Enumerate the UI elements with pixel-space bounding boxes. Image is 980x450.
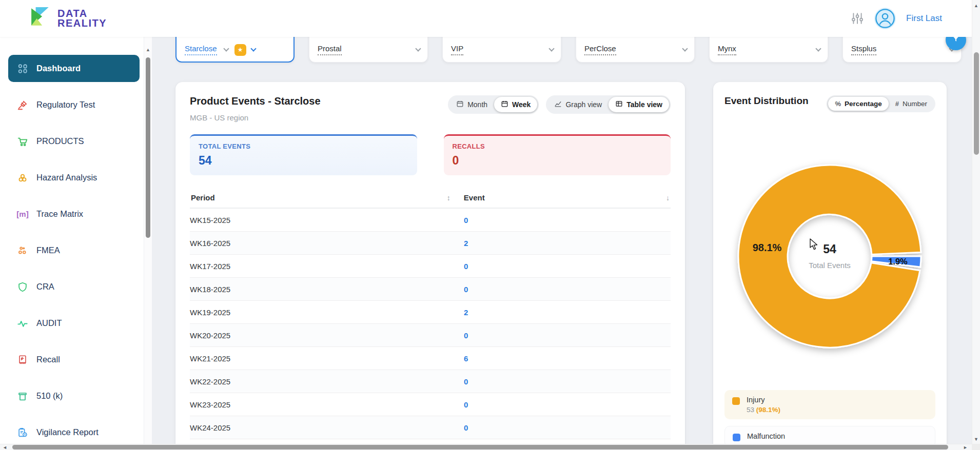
event-count-link[interactable]: 6	[464, 354, 468, 363]
product-filter-row: Starclose ★ Prostal VIP PerClose Mynx St…	[175, 37, 962, 63]
sidebar-item-vigilance-report[interactable]: Vigilance Report	[8, 419, 140, 446]
total-events-value: 54	[199, 154, 408, 168]
gavel-icon	[16, 99, 29, 111]
sidebar-item-recall[interactable]: Recall	[8, 346, 140, 373]
sidebar-item-regulatory-test[interactable]: Regulatory Test	[8, 91, 140, 118]
table-row: WK20-2025 0	[190, 324, 671, 347]
number-toggle-button[interactable]: # Number	[889, 97, 934, 111]
injury-pct-label: 98.1%	[753, 242, 782, 253]
hash-icon: #	[895, 100, 899, 108]
filter-dropdown-perclose[interactable]: PerClose	[576, 37, 695, 63]
user-avatar[interactable]	[874, 8, 896, 29]
pulse-icon	[16, 317, 29, 330]
scroll-up-icon[interactable]: ▲	[972, 3, 980, 8]
legend-item-malfunction[interactable]: Malfunction	[724, 426, 935, 444]
percentage-toggle-button[interactable]: % Percentage	[828, 97, 888, 111]
sidebar-nav: Dashboard Regulatory Test PRODUCTS Hazar…	[0, 37, 144, 444]
table-row: WK17-2025 0	[190, 255, 671, 278]
table-row: WK24-2025 0	[190, 416, 671, 439]
injury-swatch-icon	[732, 397, 740, 405]
graph-view-button[interactable]: Graph view	[547, 97, 609, 112]
recalls-stat-card[interactable]: RECALLS 0	[444, 134, 671, 175]
view-mode-toggle: Graph view Table view	[546, 95, 671, 114]
favorite-star-button[interactable]: ★	[234, 44, 246, 56]
funnel-icon	[952, 37, 960, 45]
table-row: WK15-2025 0	[190, 209, 671, 232]
percent-icon: %	[835, 100, 841, 108]
chevron-down-icon	[250, 46, 256, 51]
horizontal-scrollbar-thumb[interactable]	[12, 445, 948, 449]
scroll-down-icon[interactable]: ▼	[972, 437, 980, 442]
shield-icon	[16, 281, 29, 293]
table-row: WK22-2025 0	[190, 370, 671, 393]
calendar-icon	[501, 100, 508, 109]
product-events-panel: Product Events - Starclose MGB - US regi…	[175, 82, 685, 444]
sidebar-item-trace-matrix[interactable]: [m] Trace Matrix	[8, 200, 140, 228]
brand-logo-icon	[30, 7, 51, 30]
panel-title: Product Events - Starclose	[190, 95, 321, 107]
legend-item-injury[interactable]: Injury 53 (98.1%)	[724, 390, 935, 419]
biohazard-icon	[16, 172, 29, 184]
sidebar-item-dashboard[interactable]: Dashboard	[8, 55, 140, 82]
brand-logo[interactable]: DATA REALITY	[30, 7, 107, 30]
sidebar-scrollbar-thumb[interactable]	[146, 57, 150, 238]
clipboard-clock-icon	[16, 426, 29, 439]
sidebar-item-fmea[interactable]: FMEA	[8, 237, 140, 264]
events-table: Period ↕ Event ↓ WK15-2025 0 WK16-2025 2…	[190, 189, 671, 439]
sidebar-scroll-up-icon[interactable]: ▲	[144, 47, 152, 52]
event-count-link[interactable]: 0	[464, 423, 468, 432]
user-name[interactable]: First Last	[906, 13, 942, 24]
table-row: WK21-2025 6	[190, 347, 671, 370]
panel-subtitle: MGB - US region	[190, 113, 321, 122]
malfunction-pct-label: 1.9%	[888, 257, 908, 266]
scroll-left-icon[interactable]: ◄	[3, 444, 7, 450]
table-row: WK19-2025 2	[190, 301, 671, 324]
sidebar-item-510k[interactable]: 510 (k)	[8, 382, 140, 410]
sort-desc-icon[interactable]: ↓	[666, 194, 670, 202]
week-toggle-button[interactable]: Week	[494, 97, 537, 112]
sidebar-item-products[interactable]: PRODUCTS	[8, 128, 140, 155]
event-count-link[interactable]: 0	[464, 331, 468, 340]
settings-sliders-icon[interactable]	[851, 12, 864, 25]
filter-dropdown-prostal[interactable]: Prostal	[309, 37, 428, 63]
receipt-icon	[16, 354, 29, 366]
chevron-down-icon	[548, 46, 554, 51]
donut-center-total: 54 Total Events	[789, 242, 871, 270]
vertical-scrollbar-thumb[interactable]	[974, 52, 979, 155]
event-count-link[interactable]: 2	[464, 308, 468, 317]
event-count-link[interactable]: 0	[464, 377, 468, 386]
event-count-link[interactable]: 0	[464, 285, 468, 294]
page-horizontal-scrollbar: ◄ ►	[0, 444, 972, 450]
chevron-down-icon	[682, 46, 688, 51]
table-row: WK18-2025 0	[190, 278, 671, 301]
event-count-link[interactable]: 0	[464, 400, 468, 409]
filter-dropdown-stsplus[interactable]: Stsplus	[842, 37, 962, 63]
brand-name: DATA REALITY	[57, 9, 107, 28]
sidebar-item-audit[interactable]: AUDIT	[8, 310, 140, 337]
total-events-stat-card[interactable]: TOTAL EVENTS 54	[190, 134, 417, 175]
recalls-value: 0	[453, 154, 662, 168]
event-count-link[interactable]: 2	[464, 239, 468, 248]
filter-dropdown-vip[interactable]: VIP	[442, 37, 561, 63]
sidebar-item-cra[interactable]: CRA	[8, 273, 140, 300]
page-vertical-scrollbar: ▲ ▼	[972, 0, 980, 450]
distribution-title: Event Distribution	[724, 95, 809, 107]
scroll-right-icon[interactable]: ►	[963, 444, 968, 450]
matrix-icon: [m]	[16, 208, 29, 220]
archive-box-icon	[16, 390, 29, 402]
chevron-down-icon	[223, 46, 229, 51]
filter-dropdown-starclose[interactable]: Starclose ★	[175, 37, 295, 63]
table-row: WK16-2025 2	[190, 232, 671, 255]
dashboard-icon	[16, 63, 29, 75]
chevron-down-icon	[415, 46, 421, 51]
month-toggle-button[interactable]: Month	[449, 97, 494, 112]
filter-dropdown-mynx[interactable]: Mynx	[709, 37, 828, 63]
unit-toggle: % Percentage # Number	[827, 95, 935, 112]
table-view-button[interactable]: Table view	[609, 97, 669, 112]
event-count-link[interactable]: 0	[464, 262, 468, 271]
sidebar-item-hazard-analysis[interactable]: Hazard Analysis	[8, 164, 140, 191]
sort-both-icon[interactable]: ↕	[447, 194, 450, 202]
event-count-link[interactable]: 0	[464, 216, 468, 224]
table-row: WK23-2025 0	[190, 393, 671, 416]
sidebar-scrollbar: ▲	[144, 37, 152, 444]
